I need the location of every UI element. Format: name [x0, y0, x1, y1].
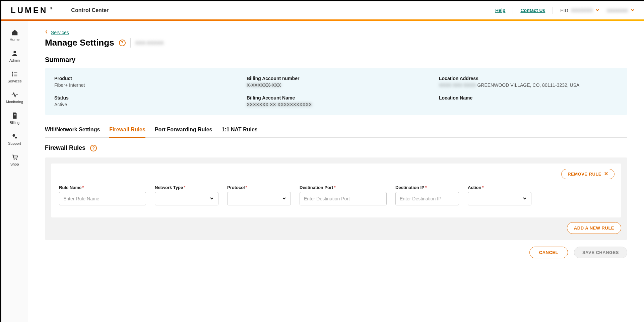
close-icon [604, 172, 608, 177]
destination-ip-input[interactable] [395, 192, 459, 205]
app-title: Control Center [71, 7, 109, 13]
tab-row: Wifi/Network Settings Firewall Rules Por… [45, 123, 627, 138]
summary-card: Product Fiber+ Internet Billing Account … [45, 68, 627, 115]
svg-point-10 [15, 137, 16, 139]
sidebar-item-billing[interactable]: Billing [1, 109, 28, 129]
user-menu[interactable]: xxxxxxxxx [607, 8, 635, 13]
svg-point-11 [13, 159, 14, 160]
label: Protocol* [227, 185, 291, 190]
svg-point-5 [12, 75, 13, 77]
app-shell: Home Admin Services Monitoring Billing S… [1, 21, 644, 322]
summary-location-name: Location Name [439, 95, 618, 107]
svg-point-12 [16, 159, 17, 160]
page-title: Manage Settings [45, 38, 114, 48]
remove-rule-button[interactable]: REMOVE RULE [561, 169, 615, 179]
sidebar-item-support[interactable]: Support [1, 129, 28, 150]
rules-container: REMOVE RULE Rule Name* Network Type* [45, 157, 627, 240]
protocol-select[interactable] [227, 192, 291, 205]
action-select[interactable] [468, 192, 531, 205]
tab-firewall-rules[interactable]: Firewall Rules [109, 123, 145, 138]
sidebar-item-services[interactable]: Services [1, 67, 28, 88]
tab-nat-rules[interactable]: 1:1 NAT Rules [221, 123, 257, 137]
rule-name-input[interactable] [59, 192, 146, 205]
sidebar-item-label: Home [10, 38, 19, 42]
sidebar-item-monitoring[interactable]: Monitoring [1, 88, 28, 109]
field-action: Action* [468, 185, 531, 205]
brand-logo: LUMEN® [11, 6, 51, 15]
svg-rect-6 [14, 76, 17, 76]
list-icon [1, 70, 28, 78]
help-icon[interactable]: ? [90, 145, 97, 151]
svg-point-9 [12, 134, 15, 137]
sidebar-item-label: Shop [10, 162, 19, 166]
svg-point-3 [12, 73, 13, 75]
value: XXXXXXX XX XXXXXXXXXXX [247, 102, 426, 107]
service-id: XXX-XXXXX [135, 40, 164, 46]
cart-icon [1, 153, 28, 161]
divider [130, 38, 131, 48]
svg-point-1 [12, 72, 13, 73]
user-icon [1, 50, 28, 57]
help-icon[interactable]: ? [119, 40, 126, 46]
label: Billing Account number [247, 76, 426, 81]
summary-product: Product Fiber+ Internet [54, 76, 233, 88]
eid-label: EID [560, 8, 568, 13]
sidebar-item-label: Services [7, 79, 21, 83]
chevron-down-icon [595, 8, 599, 13]
eid-value: XXXXXXX [571, 8, 593, 13]
summary-ban: Billing Account number X-XXXXXX-XXX [247, 76, 426, 88]
gears-icon [1, 133, 28, 140]
destination-port-input[interactable] [300, 192, 387, 205]
rule-card: REMOVE RULE Rule Name* Network Type* [51, 164, 621, 217]
chevron-down-icon [209, 196, 214, 202]
label: Destination Port* [300, 185, 387, 190]
summary-heading: Summary [45, 56, 627, 64]
top-bar: LUMEN® Control Center Help Contact Us EI… [1, 1, 644, 19]
tab-port-forwarding[interactable]: Port Forwarding Rules [155, 123, 212, 137]
svg-rect-7 [14, 114, 16, 115]
chevron-down-icon [522, 196, 527, 202]
label: Rule Name* [59, 185, 146, 190]
field-network-type: Network Type* [155, 185, 218, 205]
tab-wifi-network[interactable]: Wifi/Network Settings [45, 123, 100, 137]
value: Active [54, 102, 233, 107]
chevron-left-icon [45, 29, 48, 36]
remove-rule-label: REMOVE RULE [568, 172, 601, 177]
help-link[interactable]: Help [495, 8, 505, 13]
summary-location-address: Location Address XXXX XXX XXXX GREENWOOD… [439, 76, 618, 88]
user-name: xxxxxxxxx [607, 8, 628, 13]
brand-text: LUMEN [11, 6, 48, 15]
main-content: Services Manage Settings ? XXX-XXXXX Sum… [28, 21, 644, 322]
breadcrumb: Services [45, 29, 627, 36]
contact-link[interactable]: Contact Us [520, 8, 545, 13]
add-rule-row: ADD A NEW RULE [51, 222, 621, 234]
breadcrumb-link[interactable]: Services [51, 30, 69, 35]
label: Network Type* [155, 185, 218, 190]
sidebar-item-label: Support [8, 141, 21, 145]
sidebar-item-admin[interactable]: Admin [1, 46, 28, 67]
sidebar-item-home[interactable]: Home [1, 25, 28, 46]
value: X-XXXXXX-XXX [247, 82, 426, 88]
panel-title: Firewall Rules [45, 144, 85, 151]
label: Billing Account Name [247, 95, 426, 101]
field-destination-port: Destination Port* [300, 185, 387, 205]
action-row: CANCEL SAVE CHANGES [45, 247, 627, 258]
add-new-rule-button[interactable]: ADD A NEW RULE [567, 222, 621, 234]
save-changes-button[interactable]: SAVE CHANGES [574, 247, 627, 258]
label: Product [54, 76, 233, 81]
cancel-button[interactable]: CANCEL [529, 247, 568, 258]
value: XXXX XXX XXXX GREENWOOD VILLAGE, CO, 801… [439, 82, 618, 88]
eid-selector[interactable]: EID XXXXXXX [560, 8, 599, 13]
label: Action* [468, 185, 531, 190]
svg-rect-2 [14, 72, 17, 73]
top-bar-left: LUMEN® Control Center [11, 6, 109, 15]
divider [513, 7, 513, 14]
network-type-select[interactable] [155, 192, 218, 205]
svg-point-0 [13, 51, 16, 53]
summary-status: Status Active [54, 95, 233, 107]
brand-mark: ® [50, 6, 52, 10]
field-destination-ip: Destination IP* [395, 185, 459, 205]
top-bar-right: Help Contact Us EID XXXXXXX xxxxxxxxx [495, 7, 635, 14]
sidebar-item-shop[interactable]: Shop [1, 150, 28, 171]
svg-rect-8 [14, 116, 16, 116]
